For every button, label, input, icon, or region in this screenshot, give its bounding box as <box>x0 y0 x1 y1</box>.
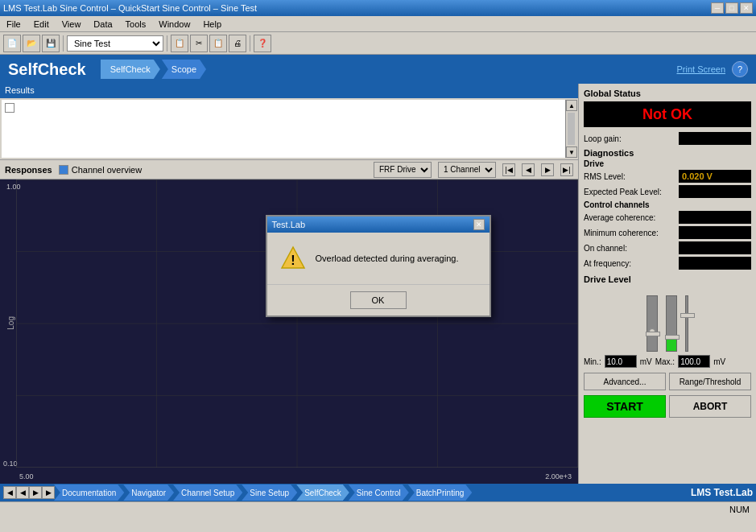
modal-title-bar: Test.Lab ✕ <box>267 217 490 233</box>
modal-ok-button[interactable]: OK <box>350 291 407 309</box>
svg-text:!: ! <box>291 254 295 267</box>
warning-icon: ! <box>280 245 306 271</box>
modal-message: Overload detected during averaging. <box>316 254 459 263</box>
modal-title: Test.Lab <box>272 220 306 229</box>
modal-dialog: Test.Lab ✕ ! Overload detected during av… <box>266 215 491 317</box>
modal-body: ! Overload detected during averaging. <box>267 233 490 284</box>
modal-overlay: Test.Lab ✕ ! Overload detected during av… <box>0 0 756 532</box>
modal-footer: OK <box>267 284 490 315</box>
modal-close-button[interactable]: ✕ <box>473 219 485 230</box>
